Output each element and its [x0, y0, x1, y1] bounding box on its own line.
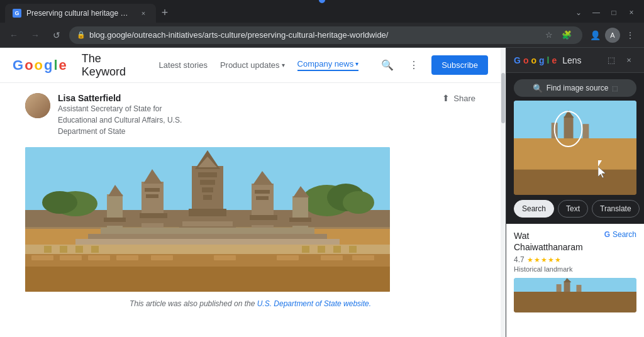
lens-o2-letter: o — [531, 55, 536, 65]
author-title: Assistant Secretary of State for Educati… — [58, 103, 184, 137]
svg-rect-44 — [44, 246, 52, 253]
svg-rect-76 — [557, 284, 562, 292]
svg-rect-59 — [214, 255, 236, 260]
svg-rect-77 — [576, 285, 581, 292]
address-bar: ← → ↺ 🔒 blog.google/outreach-initiatives… — [0, 23, 644, 48]
author-name: Lisa Satterfield — [58, 93, 184, 103]
lens-o-letter: o — [523, 55, 529, 65]
lens-result: WatChaiwatthanaram G Search 4.7 ★★★★★ Hi… — [506, 224, 644, 337]
svg-rect-35 — [102, 222, 127, 226]
svg-rect-15 — [203, 195, 212, 200]
lens-tab-text[interactable]: Text — [558, 200, 588, 218]
svg-rect-31 — [247, 220, 278, 225]
svg-rect-12 — [198, 172, 217, 177]
site-name: The Keyword — [82, 52, 139, 79]
footnote-link[interactable]: U.S. Department of State website. — [257, 299, 371, 308]
toolbar-right: 👤 A ⋮ — [586, 26, 639, 44]
svg-rect-54 — [31, 255, 53, 260]
svg-rect-57 — [116, 255, 138, 260]
svg-rect-16 — [189, 209, 226, 216]
share-icon: ⬆ — [442, 93, 450, 103]
lens-open-external-icon[interactable]: ⬚ — [604, 53, 619, 68]
lens-rating-number: 4.7 — [514, 255, 525, 264]
company-news-chevron: ▾ — [355, 60, 358, 67]
nav-latest-stories[interactable]: Latest stories — [159, 60, 208, 70]
back-button[interactable]: ← — [5, 26, 23, 44]
nav-more-icon[interactable]: ⋮ — [406, 57, 421, 74]
lens-preview-svg — [514, 101, 636, 195]
lock-icon: 🔒 — [77, 31, 86, 39]
logo-g: G — [13, 57, 23, 74]
svg-rect-50 — [333, 246, 341, 253]
product-updates-chevron: ▾ — [282, 62, 285, 69]
lens-google-search-button[interactable]: G Search — [604, 230, 636, 239]
browser-frame: G Preserving cultural heritage wor… × + … — [0, 0, 644, 337]
find-source-label: Find image source — [547, 84, 609, 92]
svg-rect-64 — [514, 138, 636, 170]
nav-search-icon[interactable]: 🔍 — [379, 57, 396, 74]
share-button[interactable]: ⬆ Share — [442, 93, 475, 103]
svg-rect-29 — [256, 196, 269, 200]
accounts-icon[interactable]: 👤 — [586, 26, 604, 44]
lens-cursor — [598, 160, 606, 172]
svg-rect-34 — [104, 218, 126, 222]
close-window-button[interactable]: × — [624, 5, 639, 20]
svg-rect-58 — [151, 255, 173, 260]
find-image-source-button[interactable]: 🔍 Find image source ⬚ — [514, 79, 636, 97]
lens-g-letter: G — [514, 55, 521, 65]
article-area: Lisa Satterfield Assistant Secretary of … — [0, 83, 501, 337]
address-input[interactable]: 🔒 blog.google/outreach-initiatives/arts-… — [69, 26, 582, 44]
svg-rect-46 — [75, 246, 83, 253]
author-row: Lisa Satterfield Assistant Secretary of … — [25, 93, 475, 137]
maximize-button[interactable]: □ — [606, 5, 621, 20]
logo-e: e — [59, 57, 67, 74]
scroll-track[interactable] — [501, 48, 506, 337]
bookmark-icon[interactable]: ☆ — [541, 27, 557, 43]
lens-result-name: WatChaiwatthanaram — [514, 230, 583, 253]
lens-stars: ★★★★★ — [527, 256, 562, 264]
tab-close-button[interactable]: × — [138, 8, 148, 18]
svg-rect-24 — [140, 213, 167, 218]
author-info: Lisa Satterfield Assistant Secretary of … — [25, 93, 184, 137]
lens-rating-row: 4.7 ★★★★★ — [514, 255, 636, 264]
active-tab[interactable]: G Preserving cultural heritage wor… × — [5, 4, 156, 23]
svg-point-3 — [343, 191, 374, 214]
find-source-search-icon: 🔍 — [533, 84, 543, 93]
heritage-image — [25, 147, 390, 292]
logo-o2: o — [35, 57, 43, 74]
svg-rect-60 — [277, 255, 299, 260]
profile-avatar[interactable]: A — [605, 28, 620, 43]
lens-tab-search[interactable]: Search — [514, 200, 554, 218]
lens-tab-translate[interactable]: Translate — [592, 200, 640, 218]
nav-product-updates[interactable]: Product updates ▾ — [220, 60, 285, 70]
article-footnote: This article was also published on the U… — [25, 299, 475, 308]
subscribe-button[interactable]: Subscribe — [431, 55, 488, 75]
refresh-button[interactable]: ↺ — [48, 26, 65, 44]
svg-rect-73 — [514, 292, 636, 312]
author-details: Lisa Satterfield Assistant Secretary of … — [58, 93, 184, 137]
tab-favicon: G — [13, 9, 21, 18]
logo-o1: o — [25, 57, 33, 74]
svg-rect-63 — [514, 101, 636, 138]
more-options-icon[interactable]: ⋮ — [621, 26, 639, 44]
svg-marker-71 — [598, 167, 606, 178]
extensions-icon[interactable]: 🧩 — [558, 27, 575, 43]
svg-rect-51 — [349, 246, 357, 253]
svg-rect-39 — [287, 222, 313, 226]
minimize-button[interactable]: — — [589, 5, 604, 20]
tab-bar: G Preserving cultural heritage wor… × + … — [0, 0, 644, 23]
forward-button[interactable]: → — [26, 26, 44, 44]
lens-result-header: WatChaiwatthanaram G Search — [514, 224, 636, 255]
lens-g-letter-btn: G — [604, 230, 610, 239]
svg-rect-56 — [88, 255, 110, 260]
nav-company-news[interactable]: Company news ▾ — [297, 59, 359, 71]
tab-search-icon[interactable]: ⌄ — [571, 5, 586, 20]
lens-close-icon[interactable]: × — [621, 53, 636, 68]
lens-logo: G o o g l e Lens — [514, 55, 582, 65]
webpage: Google The Keyword Latest stories Produc… — [0, 48, 501, 337]
recording-indicator — [319, 0, 325, 3]
scroll-thumb[interactable] — [501, 73, 505, 123]
svg-rect-42 — [75, 239, 340, 245]
new-tab-button[interactable]: + — [156, 4, 174, 21]
logo-g2: g — [44, 57, 52, 74]
